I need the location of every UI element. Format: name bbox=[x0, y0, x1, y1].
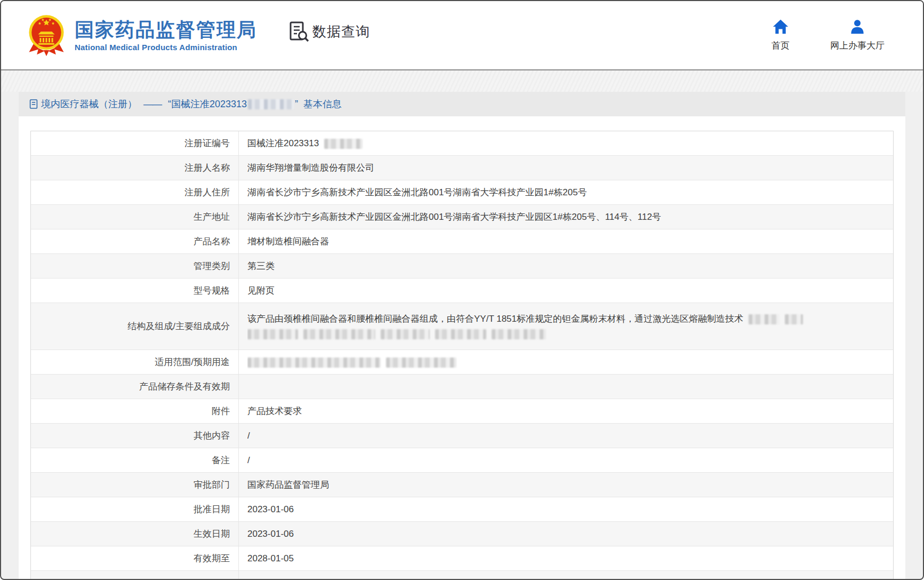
table-row: 有效期至2028-01-05 bbox=[31, 546, 893, 571]
redacted-blur bbox=[324, 139, 363, 149]
home-icon bbox=[772, 19, 789, 35]
table-row: 附件产品技术要求 bbox=[31, 399, 893, 424]
document-icon bbox=[29, 99, 38, 109]
nav-home[interactable]: 首页 bbox=[772, 19, 790, 52]
row-label: 适用范围/预期用途 bbox=[31, 350, 239, 374]
row-label: 管理类别 bbox=[31, 254, 239, 278]
top-nav: 首页 网上办事大厅 bbox=[772, 19, 885, 52]
row-value: 见附页 bbox=[239, 279, 893, 303]
redacted-blur bbox=[381, 329, 430, 339]
table-row: 批准日期2023-01-06 bbox=[31, 497, 893, 522]
page-title-reg-no: “国械注准2023313 bbox=[168, 98, 247, 110]
row-value: 第三类 bbox=[239, 254, 893, 278]
site-header: 国家药品监督管理局 National Medical Products Admi… bbox=[1, 1, 923, 70]
table-row: 备注/ bbox=[31, 448, 893, 473]
value-text: 湖南省长沙市宁乡高新技术产业园区金洲北路001号湖南省大学科技产业园区1#栋20… bbox=[247, 212, 661, 222]
table-row: 生效日期2023-01-06 bbox=[31, 522, 893, 546]
redacted-blur bbox=[435, 329, 486, 339]
value-text: / bbox=[247, 431, 250, 441]
row-value: / bbox=[239, 448, 893, 472]
row-label: 备注 bbox=[31, 448, 239, 472]
nav-home-label: 首页 bbox=[772, 39, 790, 52]
row-value bbox=[239, 350, 893, 374]
national-emblem-icon bbox=[27, 13, 66, 57]
table-row: 适用范围/预期用途 bbox=[31, 350, 893, 375]
row-label: 附件 bbox=[31, 399, 239, 423]
row-label: 生产地址 bbox=[31, 205, 239, 229]
row-label: 生效日期 bbox=[31, 522, 239, 546]
row-label: 注册人名称 bbox=[31, 156, 239, 180]
value-text: 增材制造椎间融合器 bbox=[247, 236, 329, 247]
row-label: 批准日期 bbox=[31, 497, 239, 521]
row-value: 该产品由颈椎椎间融合器和腰椎椎间融合器组成，由符合YY/T 1851标准规定的钽… bbox=[239, 303, 893, 349]
table-row: 产品名称增材制造椎间融合器 bbox=[31, 229, 893, 254]
table-row: 产品储存条件及有效期 bbox=[31, 375, 893, 399]
row-label: 注册证编号 bbox=[31, 131, 239, 155]
table-row: 其他内容/ bbox=[31, 424, 893, 448]
row-value: 湖南省长沙市宁乡高新技术产业园区金洲北路001号湖南省大学科技产业园区1#栋20… bbox=[239, 205, 893, 229]
info-table: 注册证编号国械注准2023313注册人名称湖南华翔增量制造股份有限公司注册人住所… bbox=[30, 131, 894, 580]
nav-service-hall[interactable]: 网上办事大厅 bbox=[830, 19, 885, 52]
table-row: 结构及组成/主要组成成分该产品由颈椎椎间融合器和腰椎椎间融合器组成，由符合YY/… bbox=[31, 303, 893, 350]
value-text: 产品技术要求 bbox=[247, 406, 302, 416]
row-value: 增材制造椎间融合器 bbox=[239, 229, 893, 253]
org-name-cn: 国家药品监督管理局 bbox=[75, 19, 257, 41]
value-text: 2028-01-05 bbox=[247, 553, 294, 563]
content-panel: 注册证编号国械注准2023313注册人名称湖南华翔增量制造股份有限公司注册人住所… bbox=[19, 116, 905, 580]
value-text: 湖南省长沙市宁乡高新技术产业园区金洲北路001号湖南省大学科技产业园1#栋205… bbox=[247, 187, 587, 197]
row-label: 有效期至 bbox=[31, 546, 239, 570]
table-row: 注册证编号国械注准2023313 bbox=[31, 131, 893, 156]
user-icon bbox=[849, 19, 865, 35]
table-row: 型号规格见附页 bbox=[31, 279, 893, 303]
row-label: 产品名称 bbox=[31, 229, 239, 253]
row-label: 产品储存条件及有效期 bbox=[31, 375, 239, 399]
row-value: 2023-01-06 bbox=[239, 497, 893, 521]
data-query-label: 数据查询 bbox=[312, 22, 370, 41]
value-text: 国械注准2023313 bbox=[247, 138, 319, 148]
site-logo[interactable]: 国家药品监督管理局 National Medical Products Admi… bbox=[27, 13, 257, 57]
breadcrumb: 境内医疗器械（注册） —— “国械注准2023313” 基本信息 bbox=[19, 92, 905, 116]
redacted-blur bbox=[303, 329, 375, 339]
row-value bbox=[239, 571, 893, 580]
value-text: / bbox=[247, 455, 250, 465]
table-row: 注册人名称湖南华翔增量制造股份有限公司 bbox=[31, 156, 893, 180]
row-label: 注册人住所 bbox=[31, 180, 239, 204]
org-names: 国家药品监督管理局 National Medical Products Admi… bbox=[75, 19, 257, 52]
value-text: 国家药品监督管理局 bbox=[247, 480, 329, 490]
redacted-blur bbox=[247, 357, 381, 368]
page-title-close-quote: ” bbox=[295, 99, 298, 110]
value-text: 2023-01-06 bbox=[247, 504, 294, 514]
value-text: 第三类 bbox=[247, 261, 275, 271]
redacted-blur bbox=[785, 314, 803, 324]
row-label: 结构及组成/主要组成成分 bbox=[31, 303, 239, 349]
row-value: 2023-01-06 bbox=[239, 522, 893, 546]
data-query-section[interactable]: 数据查询 bbox=[288, 21, 370, 42]
row-label: 其他内容 bbox=[31, 424, 239, 448]
redacted-blur bbox=[247, 329, 298, 339]
value-text: 见附页 bbox=[247, 285, 275, 296]
row-label bbox=[31, 571, 239, 580]
table-row: 审批部门国家药品监督管理局 bbox=[31, 473, 893, 497]
row-value: 国家药品监督管理局 bbox=[239, 473, 893, 497]
redacted-blur bbox=[492, 329, 546, 339]
breadcrumb-category[interactable]: 境内医疗器械（注册） bbox=[41, 98, 137, 110]
org-name-en: National Medical Products Administration bbox=[75, 43, 257, 52]
background-band bbox=[1, 70, 923, 92]
browser-page: 国家药品监督管理局 National Medical Products Admi… bbox=[0, 0, 924, 580]
row-value: / bbox=[239, 424, 893, 448]
row-value: 产品技术要求 bbox=[239, 399, 893, 423]
redacted-blur bbox=[386, 357, 456, 368]
row-label: 审批部门 bbox=[31, 473, 239, 497]
table-row: 注册人住所湖南省长沙市宁乡高新技术产业园区金洲北路001号湖南省大学科技产业园1… bbox=[31, 180, 893, 205]
page-title-suffix: 基本信息 bbox=[303, 98, 342, 110]
nav-service-hall-label: 网上办事大厅 bbox=[830, 39, 885, 52]
value-text: 该产品由颈椎椎间融合器和腰椎椎间融合器组成，由符合YY/T 1851标准规定的钽… bbox=[247, 314, 743, 324]
value-text: 2023-01-06 bbox=[247, 529, 294, 539]
document-search-icon bbox=[288, 21, 309, 42]
row-value bbox=[239, 375, 893, 399]
row-label: 型号规格 bbox=[31, 279, 239, 303]
breadcrumb-dash: —— bbox=[143, 99, 162, 110]
redacted-blur bbox=[248, 99, 294, 109]
redacted-blur bbox=[749, 314, 780, 324]
table-row: 管理类别第三类 bbox=[31, 254, 893, 279]
